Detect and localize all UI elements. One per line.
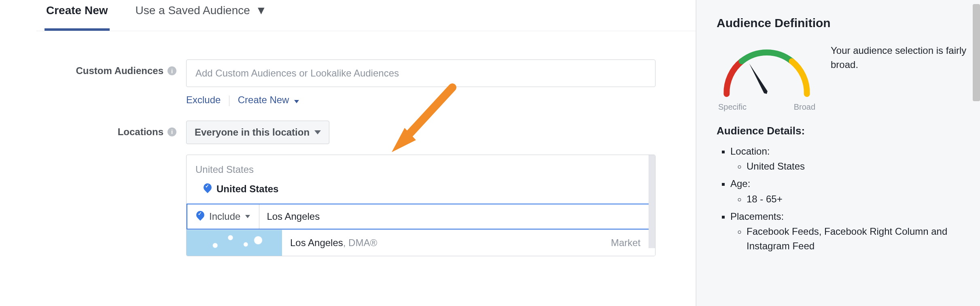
location-include-label: Include [209,211,240,222]
detail-location-value: United States [747,159,968,174]
suggestion-suffix: , DMA® [343,237,377,248]
info-icon[interactable]: i [168,66,176,75]
location-selected-country[interactable]: United States [187,179,655,204]
caret-down-icon [314,130,321,134]
audience-definition-title: Audience Definition [717,16,968,30]
audience-gauge: Specific Broad [717,44,817,108]
audience-summary-text: Your audience selection is fairly broad. [831,44,968,72]
create-new-link-label: Create New [238,94,289,105]
exclude-link[interactable]: Exclude [186,94,221,105]
location-mode-dropdown[interactable]: Everyone in this location [186,121,329,144]
locations-box: United States United States Include [186,155,655,256]
scrollbar[interactable] [649,155,655,248]
location-include-dropdown[interactable]: Include [187,204,259,229]
caret-down-icon: ▼ [256,4,267,17]
location-search-input[interactable] [259,204,654,229]
caret-down-icon [294,100,299,103]
caret-down-icon [245,215,250,218]
location-group-header: United States [187,155,655,179]
audience-tabs: Create New Use a Saved Audience ▼ [36,0,696,31]
suggestion-name: Los Angeles [290,237,343,248]
divider [229,96,229,106]
location-mode-label: Everyone in this location [195,127,310,138]
tab-create-new-label: Create New [46,4,108,17]
location-country-label: United States [216,183,278,195]
pin-check-icon [204,183,212,195]
detail-placements-label: Placements: [730,211,784,222]
detail-age-value: 18 - 65+ [747,192,968,206]
custom-audiences-label: Custom Audiences [76,65,163,76]
tab-saved-audience-label: Use a Saved Audience [136,4,250,17]
detail-location-label: Location: [730,146,770,157]
gauge-broad-label: Broad [794,102,815,112]
audience-details-list: Location: United States Age: 18 - 65+ Pl… [717,144,968,253]
location-suggestion-row[interactable]: Los Angeles, DMA® Market [187,230,655,256]
location-search-row: Include [187,204,655,230]
tab-saved-audience[interactable]: Use a Saved Audience ▼ [134,4,269,28]
info-icon[interactable]: i [168,128,176,136]
map-thumbnail [187,230,282,256]
detail-age-label: Age: [730,178,750,189]
custom-audiences-input[interactable] [186,60,655,87]
detail-placements-value: Facebook Feeds, Facebook Right Column an… [747,224,968,253]
gauge-specific-label: Specific [718,102,747,112]
svg-marker-2 [747,62,768,95]
audience-details-title: Audience Details: [717,125,968,137]
pin-check-icon [196,211,204,222]
create-new-link[interactable]: Create New [238,94,299,105]
locations-label: Locations [118,126,163,138]
tab-create-new[interactable]: Create New [45,4,110,31]
